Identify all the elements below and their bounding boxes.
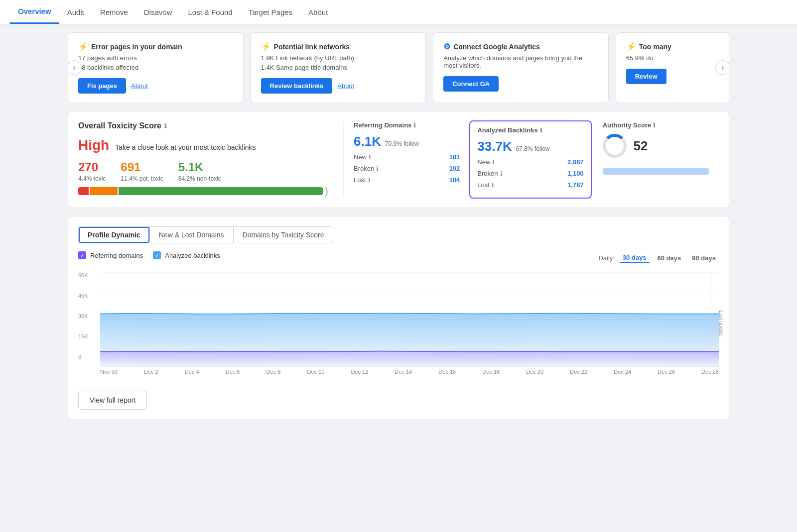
tab-domains-toxicity[interactable]: Domains by Toxicity Score	[234, 227, 333, 243]
btn-60-days[interactable]: 60 days	[655, 253, 684, 263]
view-full-report-button[interactable]: View full report	[78, 391, 147, 410]
bl-broken-info[interactable]: ℹ	[500, 170, 503, 177]
authority-score-col: Authority Score ℹ 52	[591, 121, 719, 198]
btn-30-days[interactable]: 30 days	[620, 253, 650, 263]
bl-new-value: 2,087	[567, 158, 584, 166]
metrics-section: Overall Toxicity Score ℹ High Take a clo…	[68, 111, 729, 208]
toxicity-bar: )	[78, 187, 328, 195]
gear-icon: ⚙	[443, 42, 450, 51]
alerts-next-arrow[interactable]: ›	[715, 60, 729, 75]
toxicity-info-icon[interactable]: ℹ	[164, 122, 167, 129]
alert-card-analytics: ⚙ Connect Google Analytics Analyze which…	[433, 32, 609, 103]
alert-actions-3: Connect GA	[443, 76, 598, 92]
chart-x-labels: Nov 30 Dec 2 Dec 4 Dec 6 Dec 8 Dec 10 De…	[100, 367, 719, 375]
x-dec28: Dec 28	[701, 369, 719, 375]
authority-bar	[603, 168, 709, 175]
alert-actions-4: Review	[626, 69, 719, 84]
analyzed-info-icon[interactable]: ℹ	[540, 127, 542, 134]
main-nav: Overview Audit Remove Disavow Lost & Fou…	[0, 0, 797, 24]
chart-svg	[100, 272, 719, 367]
legend-label-referring: Referring domains	[90, 252, 143, 259]
legend-referring-domains[interactable]: ✓ Referring domains	[78, 251, 143, 259]
checkbox-referring: ✓	[78, 251, 86, 259]
bl-new-info[interactable]: ℹ	[492, 159, 495, 166]
authority-info-icon[interactable]: ℹ	[653, 122, 656, 129]
toxicity-desc: Take a close look at your most toxic bac…	[115, 143, 256, 151]
review-backlinks-button[interactable]: Review backlinks	[261, 78, 333, 94]
chart-tabs: Profile Dynamic New & Lost Domains Domai…	[78, 226, 333, 243]
referring-domains-value: 6.1K	[354, 134, 381, 149]
alert-title-text: Error pages in your domain	[91, 43, 182, 51]
tox-bar-green	[119, 187, 323, 195]
review-button[interactable]: Review	[626, 69, 666, 84]
alert-desc-3: 1.9K Link network (by URL path)	[261, 54, 416, 62]
stats-panels: Referring Domains ℹ 6.1K 70.9% follow Ne…	[344, 121, 719, 198]
ref-new-value: 181	[449, 153, 460, 161]
y-0: 0	[78, 354, 98, 360]
nav-lost-found[interactable]: Lost & Found	[180, 1, 240, 23]
referring-domains-title: Referring Domains ℹ	[354, 121, 460, 129]
x-dec4: Dec 4	[185, 369, 199, 375]
alert-card-link-networks: ⚡ Potential link networks 1.9K Link netw…	[251, 32, 426, 103]
alert-about-link-1[interactable]: About	[131, 82, 148, 90]
bl-lost-row: Lost ℹ 1,787	[477, 181, 583, 189]
daily-label: Daily:	[598, 254, 615, 262]
ref-new-row: New ℹ 181	[354, 153, 460, 161]
chart-controls: Daily: 30 days 60 days 90 days	[598, 253, 719, 263]
alert-title-4: Too many	[639, 43, 671, 51]
y-30k: 30K	[78, 313, 98, 319]
nav-overview[interactable]: Overview	[10, 0, 59, 24]
nav-target-pages[interactable]: Target Pages	[241, 1, 300, 23]
nav-disavow[interactable]: Disavow	[136, 1, 180, 23]
non-toxic-value: 5.1K	[178, 160, 221, 174]
fix-pages-button[interactable]: Fix pages	[78, 78, 126, 94]
x-dec10: Dec 10	[307, 369, 324, 375]
bolt-icon-2: ⚡	[261, 42, 271, 51]
ref-lost-info[interactable]: ℹ	[368, 177, 371, 184]
bl-new-row: New ℹ 2,087	[477, 158, 583, 166]
x-dec14: Dec 14	[395, 369, 412, 375]
btn-90-days[interactable]: 90 days	[689, 253, 719, 263]
pot-toxic-label: 11.4% pot. toxic	[121, 175, 163, 182]
bl-lost-value: 1,787	[567, 181, 584, 189]
legend-analyzed-backlinks[interactable]: ✓ Analyzed backlinks	[153, 251, 220, 259]
pot-toxic-count: 691 11.4% pot. toxic	[121, 160, 163, 182]
ref-broken-info[interactable]: ℹ	[376, 165, 379, 172]
ref-new-info[interactable]: ℹ	[369, 154, 371, 161]
nav-about[interactable]: About	[300, 1, 336, 23]
analyzed-backlinks-follow: 67.8% follow	[516, 145, 550, 152]
ref-broken-value: 192	[449, 165, 460, 172]
toxic-count: 270 4.4% toxic	[78, 160, 106, 182]
authority-value: 52	[634, 138, 648, 154]
nav-audit[interactable]: Audit	[59, 1, 92, 23]
tab-new-lost-domains[interactable]: New & Lost Domains	[150, 227, 234, 243]
x-dec2: Dec 2	[144, 369, 158, 375]
y-15k: 15K	[78, 333, 98, 339]
ref-domains-info-icon[interactable]: ℹ	[413, 122, 416, 129]
alert-desc-1: 17 pages with errors	[78, 54, 233, 62]
y-45k: 45K	[78, 293, 98, 299]
x-dec22: Dec 22	[570, 369, 587, 375]
bolt-icon-4: ⚡	[626, 42, 636, 51]
y-60k: 60K	[78, 272, 98, 278]
x-dec26: Dec 26	[658, 369, 675, 375]
chart-y-labels: 60K 45K 30K 15K 0	[78, 272, 98, 360]
toxicity-panel: Overall Toxicity Score ℹ High Take a clo…	[78, 121, 344, 198]
ref-lost-value: 104	[449, 176, 460, 184]
alert-card-partial: ⚡ Too many 65.9% do Review	[616, 32, 729, 103]
toxicity-rating-row: High Take a close look at your most toxi…	[78, 137, 328, 153]
connect-ga-button[interactable]: Connect GA	[443, 76, 499, 92]
toxic-value: 270	[78, 160, 106, 174]
nav-remove[interactable]: Remove	[92, 1, 136, 23]
alert-about-link-2[interactable]: About	[337, 82, 354, 90]
bl-lost-info[interactable]: ℹ	[492, 182, 494, 189]
authority-circle	[603, 134, 627, 158]
alert-desc-4: 1.4K Same page title domains	[261, 64, 416, 71]
chart-legend: ✓ Referring domains ✓ Analyzed backlinks	[78, 251, 220, 259]
ref-broken-row: Broken ℹ 192	[354, 165, 460, 172]
analyzed-backlinks-value: 33.7K	[477, 139, 512, 154]
bl-broken-value: 1,100	[567, 170, 584, 177]
tab-profile-dynamic[interactable]: Profile Dynamic	[79, 227, 150, 243]
tox-bar-cursor: )	[325, 186, 328, 197]
pot-toxic-value: 691	[121, 160, 163, 174]
